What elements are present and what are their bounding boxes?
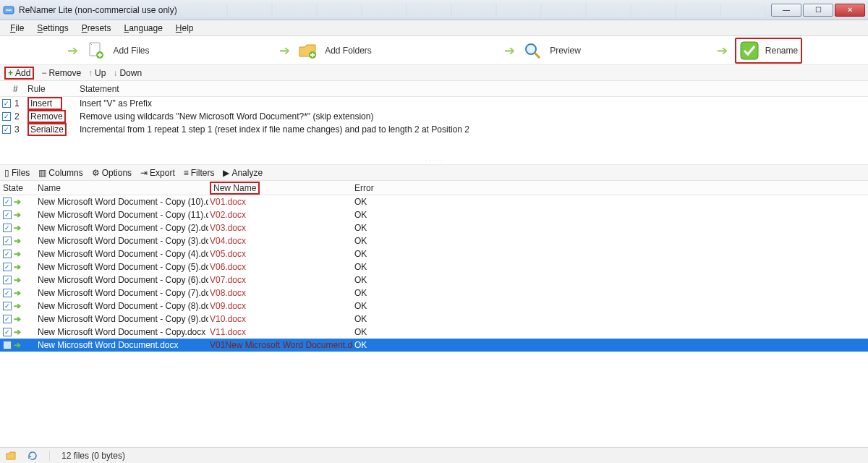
add-files-button[interactable]: Add Files [113, 46, 149, 56]
file-name: New Microsoft Word Document.docx [36, 340, 208, 350]
file-row[interactable]: ✓➔New Microsoft Word Document - Copy.doc… [0, 326, 868, 339]
files-table-body: ✓➔New Microsoft Word Document - Copy (10… [0, 195, 868, 352]
file-row[interactable]: ✓➔New Microsoft Word Document - Copy (6)… [0, 273, 868, 286]
svg-point-4 [526, 44, 536, 54]
file-state: ✓➔ [0, 197, 36, 207]
file-new-name: V01New Microsoft Word Document.docx [208, 340, 353, 350]
rules-up-button[interactable]: ↑Up [88, 68, 106, 78]
add-folders-icon [297, 41, 318, 61]
rules-remove-button[interactable]: −Remove [41, 68, 81, 78]
rule-statement: Insert "V" as Prefix [77, 98, 868, 109]
analyze-icon: ▶ [223, 168, 229, 178]
rules-toolbar: +Add −Remove ↑Up ↓Down [0, 65, 868, 81]
rename-check-icon [739, 41, 760, 61]
menu-settings[interactable]: Settings [31, 22, 74, 35]
file-checkbox[interactable] [3, 341, 12, 349]
files-columns-button[interactable]: ▥ Columns [38, 168, 82, 178]
minimize-button[interactable]: — [771, 4, 801, 17]
files-col-state[interactable]: State [0, 183, 36, 193]
file-checkbox[interactable]: ✓ [3, 250, 12, 258]
rule-checkbox[interactable]: ✓ [2, 125, 11, 134]
file-new-name: V04.docx [208, 236, 353, 246]
file-row[interactable]: ✓➔New Microsoft Word Document - Copy (3)… [0, 234, 868, 247]
maximize-button[interactable]: ☐ [803, 4, 833, 17]
file-row[interactable]: ✓➔New Microsoft Word Document - Copy (5)… [0, 260, 868, 273]
file-new-name: V09.docx [208, 301, 353, 311]
menu-help[interactable]: Help [170, 22, 200, 35]
file-row[interactable]: ✓➔New Microsoft Word Document - Copy (7)… [0, 286, 868, 300]
file-checkbox[interactable]: ✓ [3, 224, 12, 232]
file-new-name: V07.docx [208, 275, 353, 285]
status-folder-icon[interactable] [6, 451, 16, 461]
file-name: New Microsoft Word Document - Copy (6).d… [36, 275, 208, 285]
preview-button[interactable]: Preview [550, 46, 581, 56]
files-options-button[interactable]: ⚙ Options [92, 168, 132, 178]
window-titlebar: ReNamer Lite (non-commercial use only) —… [0, 0, 868, 20]
file-checkbox[interactable]: ✓ [3, 211, 12, 219]
menu-language[interactable]: Language [118, 22, 168, 35]
arrow-right-icon: ➔ [14, 288, 21, 298]
file-new-name: V02.docx [208, 210, 353, 220]
rule-checkbox[interactable]: ✓ [2, 99, 11, 108]
file-checkbox[interactable]: ✓ [3, 315, 12, 323]
arrow-right-icon: ➔ [14, 327, 21, 337]
arrow-right-icon: ➔ [14, 275, 21, 285]
file-error: OK [353, 314, 411, 324]
status-refresh-icon[interactable] [27, 451, 38, 461]
arrow-icon: ➔ [504, 43, 515, 59]
file-row[interactable]: ✓➔New Microsoft Word Document - Copy (10… [0, 195, 868, 208]
file-name: New Microsoft Word Document - Copy (11).… [36, 210, 208, 220]
file-new-name: V05.docx [208, 249, 353, 259]
arrow-right-icon: ➔ [14, 262, 21, 272]
rule-checkbox[interactable]: ✓ [2, 112, 11, 121]
arrow-up-icon: ↑ [88, 68, 93, 78]
rules-col-rule[interactable]: Rule [26, 84, 77, 94]
file-checkbox[interactable]: ✓ [3, 289, 12, 297]
rules-down-button[interactable]: ↓Down [113, 68, 142, 78]
rule-row[interactable]: ✓1InsertInsert "V" as Prefix [0, 97, 868, 110]
file-error: OK [353, 301, 411, 311]
rules-col-statement[interactable]: Statement [77, 84, 868, 94]
files-col-error[interactable]: Error [353, 183, 411, 193]
add-folders-button[interactable]: Add Folders [325, 46, 372, 56]
menu-presets[interactable]: Presets [76, 22, 117, 35]
rename-button[interactable]: Rename [735, 38, 802, 64]
file-row[interactable]: ✓➔New Microsoft Word Document - Copy (8)… [0, 300, 868, 313]
rule-row[interactable]: ✓2RemoveRemove using wildcards "New Micr… [0, 110, 868, 123]
splitter[interactable]: · · · · · · [0, 136, 868, 165]
add-files-icon [85, 41, 106, 61]
files-files-button[interactable]: ▯ Files [4, 168, 30, 178]
file-name: New Microsoft Word Document - Copy (8).d… [36, 301, 208, 311]
file-checkbox[interactable]: ✓ [3, 197, 12, 206]
rule-name: Remove [26, 110, 77, 123]
rules-col-num[interactable]: # [13, 84, 26, 94]
rules-add-button[interactable]: +Add [4, 67, 34, 80]
files-filters-button[interactable]: ≡ Filters [184, 168, 215, 178]
rule-row[interactable]: ✓3SerializeIncremental from 1 repeat 1 s… [0, 123, 868, 136]
file-name: New Microsoft Word Document - Copy (5).d… [36, 262, 208, 272]
arrow-icon: ➔ [717, 43, 728, 59]
file-row[interactable]: ✓➔New Microsoft Word Document - Copy (4)… [0, 247, 868, 260]
file-error: OK [353, 327, 411, 337]
files-col-name[interactable]: Name [36, 183, 208, 193]
file-state: ✓➔ [0, 223, 36, 233]
file-error: OK [353, 262, 411, 272]
close-button[interactable]: ✕ [835, 4, 865, 17]
plus-icon: + [8, 68, 13, 78]
files-export-button[interactable]: ⇥ Export [140, 168, 175, 178]
menu-file[interactable]: File [4, 22, 30, 35]
file-row[interactable]: ➔New Microsoft Word Document.docxV01New … [0, 339, 868, 352]
file-checkbox[interactable]: ✓ [3, 276, 12, 284]
files-analyze-button[interactable]: ▶ Analyze [223, 168, 263, 178]
file-checkbox[interactable]: ✓ [3, 237, 12, 245]
file-checkbox[interactable]: ✓ [3, 263, 12, 271]
file-error: OK [353, 236, 411, 246]
file-row[interactable]: ✓➔New Microsoft Word Document - Copy (11… [0, 208, 868, 221]
file-checkbox[interactable]: ✓ [3, 302, 12, 310]
file-row[interactable]: ✓➔New Microsoft Word Document - Copy (9)… [0, 313, 868, 326]
file-row[interactable]: ✓➔New Microsoft Word Document - Copy (2)… [0, 221, 868, 234]
arrow-right-icon: ➔ [14, 301, 21, 311]
separator [49, 451, 50, 461]
files-col-newname[interactable]: New Name [208, 182, 353, 195]
file-checkbox[interactable]: ✓ [3, 328, 12, 336]
